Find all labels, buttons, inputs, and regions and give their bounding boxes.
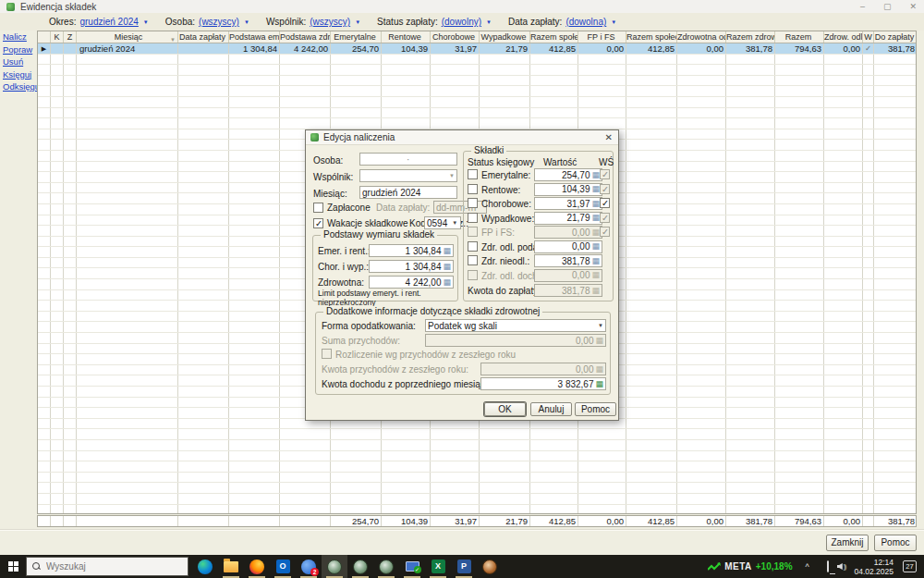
table-row[interactable]: ▶grudzień 20241 304,844 242,00254,70104,… <box>38 43 916 55</box>
wakacje-checkbox[interactable] <box>313 218 323 228</box>
skladka-value-field[interactable]: 31,97▦ <box>534 197 602 210</box>
cancel-button[interactable]: Anuluj <box>530 402 572 416</box>
taskbar-excel-icon[interactable]: X <box>425 555 451 578</box>
column-header[interactable]: Chorobowe <box>431 31 480 43</box>
start-button[interactable] <box>0 555 26 578</box>
skladka-value-field[interactable]: 104,39▦ <box>534 183 602 196</box>
ws-checkbox[interactable] <box>600 198 610 208</box>
column-header[interactable]: W <box>863 31 874 43</box>
filter-osoba-value[interactable]: (wszyscy) <box>199 17 239 27</box>
miesiac-field[interactable]: grudzień 2024 <box>359 186 457 199</box>
skladka-value-field[interactable]: 254,70▦ <box>534 168 602 181</box>
table-cell <box>51 172 64 182</box>
taskbar-mail-icon[interactable]: 2 <box>296 555 322 578</box>
filter-wspolnik-value[interactable]: (wszyscy) <box>310 17 350 27</box>
summary-cell: 0,00 <box>677 516 726 526</box>
table-cell <box>229 290 280 301</box>
sidebar-item-nalicz[interactable]: Nalicz <box>3 31 37 42</box>
minimize-icon[interactable]: – <box>860 2 865 11</box>
podstawa-value-field[interactable]: 1 304,84▦ <box>369 260 454 273</box>
osoba-field[interactable]: · <box>359 153 457 166</box>
sidebar-item-popraw[interactable]: Popraw <box>3 44 37 55</box>
sidebar-item-odksieguj[interactable]: Odksięguj <box>3 81 37 92</box>
column-header[interactable]: Razem społec <box>626 31 677 43</box>
skladka-value-field[interactable]: 381,78▦ <box>534 254 602 267</box>
table-header-row[interactable]: KZMiesiąc▼Data zapłatyPodstawa emePodsta… <box>38 31 916 43</box>
sidebar-item-ksieguj[interactable]: Księguj <box>3 69 37 80</box>
taskbar-clock[interactable]: 12:14 04.02.2025 <box>854 558 894 576</box>
wspolnik-select[interactable]: ▼ <box>359 169 457 182</box>
column-header[interactable]: Miesiąc▼ <box>77 31 178 43</box>
filter-okres-value[interactable]: grudzień 2024 <box>79 17 138 27</box>
podstawa-value-field[interactable]: 4 242,00▦ <box>369 276 454 289</box>
search-input[interactable] <box>46 561 157 572</box>
skladka-status-checkbox[interactable] <box>468 241 478 252</box>
kod-tyt-select[interactable]: 0594 ▼ <box>424 216 461 229</box>
column-header[interactable]: K <box>51 31 64 43</box>
help-button[interactable]: Pomoc <box>874 535 917 551</box>
stock-ticker[interactable]: META +10,18% <box>708 561 792 572</box>
column-header[interactable]: Wypadkowe <box>480 31 530 43</box>
skladka-status-checkbox[interactable] <box>468 198 478 208</box>
dialog-help-button[interactable]: Pomoc <box>575 402 616 416</box>
ok-button[interactable]: OK <box>484 402 526 416</box>
zaplacone-checkbox[interactable] <box>313 203 323 213</box>
filter-data-value[interactable]: (dowolna) <box>565 17 606 27</box>
column-header[interactable]: Razem zdrowo <box>726 31 775 43</box>
dialog-close-icon[interactable]: ✕ <box>605 132 613 142</box>
column-header[interactable]: FP i FS <box>578 31 626 43</box>
column-header[interactable]: Data zapłaty <box>178 31 229 43</box>
table-cell <box>229 505 280 514</box>
column-header[interactable] <box>38 31 51 43</box>
filter-status-value[interactable]: (dowolny) <box>442 17 481 27</box>
taskbar-remote-desktop-icon[interactable] <box>399 555 425 578</box>
taskbar-app-green2-icon[interactable] <box>347 555 373 578</box>
taskbar-search[interactable] <box>26 557 188 576</box>
tray-expand-icon[interactable]: ^ <box>806 562 809 572</box>
column-header[interactable]: Razem <box>775 31 824 43</box>
skladka-status-checkbox[interactable] <box>468 184 478 194</box>
close-window-button[interactable]: Zamknij <box>826 535 869 551</box>
skladka-value-field[interactable]: 21,79▦ <box>534 212 602 225</box>
skladka-status-checkbox[interactable] <box>468 213 478 223</box>
column-header[interactable]: Z <box>64 31 77 43</box>
calculator-icon: ▦ <box>591 200 600 208</box>
taskbar-globe-orange-icon[interactable] <box>477 555 503 578</box>
column-header[interactable]: Rentowe <box>382 31 431 43</box>
podstawa-value-field[interactable]: 1 304,84▦ <box>369 244 454 257</box>
column-header[interactable]: Emerytalne <box>331 31 382 43</box>
skladka-status-checkbox[interactable] <box>468 169 478 179</box>
table-cell <box>726 215 775 226</box>
notification-center-icon[interactable]: 27 <box>903 560 917 572</box>
forma-select[interactable]: Podatek wg skali ▼ <box>425 319 606 332</box>
taskbar-p-app-icon[interactable]: P <box>451 555 477 578</box>
taskbar-file-explorer-icon[interactable] <box>218 555 244 578</box>
kwota-doch-field[interactable]: 3 832,67 ▦ <box>480 377 606 390</box>
taskbar-app-active-icon[interactable] <box>322 555 347 578</box>
table-cell <box>64 473 77 483</box>
skladka-status-checkbox[interactable] <box>468 255 478 265</box>
skladka-value-field[interactable]: 0,00▦ <box>534 240 602 253</box>
table-cell <box>51 429 64 439</box>
column-header[interactable]: Podstawa eme <box>229 31 280 43</box>
maximize-icon[interactable]: ▢ <box>883 2 892 11</box>
network-icon[interactable] <box>827 561 829 572</box>
calculator-icon: ▦ <box>595 365 603 374</box>
volume-icon[interactable]: )) <box>837 563 846 570</box>
column-header[interactable]: Razem społec <box>530 31 578 43</box>
taskbar-app-green3-icon[interactable] <box>373 555 399 578</box>
table-cell <box>824 301 863 311</box>
column-header[interactable]: Zdrowotna odli <box>677 31 726 43</box>
table-cell <box>677 65 726 75</box>
table-cell <box>77 301 178 311</box>
table-cell <box>382 97 431 107</box>
sidebar-item-usun[interactable]: Usuń <box>3 56 37 67</box>
column-header[interactable]: Do zapłaty <box>874 31 917 43</box>
close-icon[interactable]: ✕ <box>909 2 917 11</box>
taskbar-firefox-icon[interactable] <box>244 555 270 578</box>
table-cell <box>626 387 677 397</box>
taskbar-edge-icon[interactable] <box>192 555 218 578</box>
column-header[interactable]: Zdrow. odl. do <box>824 31 863 43</box>
column-header[interactable]: Podstawa zdr. <box>280 31 331 43</box>
taskbar-outlook-icon[interactable]: O <box>270 555 296 578</box>
